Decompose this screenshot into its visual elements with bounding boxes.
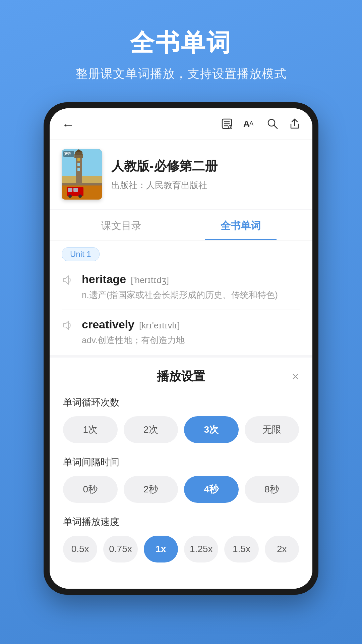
word-definition-creatively: adv.创造性地；有创造力地	[82, 334, 185, 347]
main-title: 全书单词	[130, 27, 232, 59]
interval-2s-button[interactable]: 2秒	[124, 476, 178, 503]
word-english-heritage: heritage	[82, 273, 126, 286]
speed-0-75x-button[interactable]: 0.75x	[103, 536, 137, 562]
interval-options: 0秒 2秒 4秒 8秒	[63, 476, 299, 503]
speaker-icon-heritage[interactable]	[62, 274, 74, 289]
setting-loop-count: 单词循环次数 1次 2次 3次 无限	[63, 396, 299, 443]
word-phonetic-creatively: [krɪ'eɪtɪvlɪ]	[139, 320, 180, 331]
word-definition-heritage: n.遗产(指国家或社会长期形成的历史、传统和特色)	[82, 288, 278, 302]
search-icon[interactable]	[267, 118, 278, 132]
word-content-creatively: creatively [krɪ'eɪtɪvlɪ] adv.创造性地；有创造力地	[82, 318, 185, 347]
svg-rect-17	[77, 158, 80, 161]
svg-text:英语: 英语	[64, 152, 71, 156]
share-icon[interactable]	[289, 118, 300, 132]
speed-1-5x-button[interactable]: 1.5x	[224, 536, 258, 562]
nav-bar: ←	[50, 108, 312, 140]
unit-badge: Unit 1	[62, 247, 100, 261]
svg-point-9	[268, 119, 275, 126]
word-item-heritage: heritage ['herɪtɪdʒ] n.遗产(指国家或社会长期形成的历史、…	[62, 265, 300, 310]
nav-right-icons: A A	[221, 118, 300, 132]
speed-0-5x-button[interactable]: 0.5x	[63, 536, 97, 562]
svg-rect-15	[75, 152, 82, 155]
speed-1-25x-button[interactable]: 1.25x	[184, 536, 218, 562]
book-title: 人教版-必修第二册	[111, 158, 300, 175]
speed-1x-button[interactable]: 1x	[144, 536, 178, 562]
back-button[interactable]: ←	[62, 118, 74, 132]
word-phonetic-heritage: ['herɪtɪdʒ]	[131, 275, 169, 285]
svg-rect-23	[68, 188, 72, 192]
svg-text:A: A	[243, 119, 250, 129]
book-publisher: 出版社：人民教育出版社	[111, 179, 300, 191]
interval-4s-button[interactable]: 4秒	[184, 476, 239, 503]
speed-2x-button[interactable]: 2x	[265, 536, 299, 562]
svg-rect-19	[77, 168, 80, 171]
loop-unlimited-button[interactable]: 无限	[245, 416, 299, 443]
setting-interval: 单词间隔时间 0秒 2秒 4秒 8秒	[63, 456, 299, 503]
phone-mockup: ←	[44, 102, 318, 595]
loop-1x-button[interactable]: 1次	[63, 416, 118, 443]
loop-count-options: 1次 2次 3次 无限	[63, 416, 299, 443]
speaker-icon-creatively[interactable]	[62, 319, 74, 334]
interval-label: 单词间隔时间	[63, 456, 299, 469]
word-list: heritage ['herɪtɪdʒ] n.遗产(指国家或社会长期形成的历史、…	[50, 265, 312, 355]
speed-label: 单词播放速度	[63, 516, 299, 528]
tab-catalog[interactable]: 课文目录	[62, 210, 181, 240]
playback-settings-sheet: 播放设置 × 单词循环次数 1次 2次 3次 无限 单词间隔时间	[50, 358, 312, 589]
sheet-header: 播放设置 ×	[63, 368, 299, 385]
phone-screen: ←	[50, 108, 312, 589]
book-cover: 英语	[62, 149, 102, 200]
svg-point-26	[78, 195, 82, 198]
main-subtitle: 整册课文单词播放，支持设置播放模式	[76, 66, 287, 82]
tab-words[interactable]: 全书单词	[181, 210, 300, 240]
svg-point-25	[68, 195, 72, 198]
interval-0s-button[interactable]: 0秒	[63, 476, 118, 503]
content-icon[interactable]	[221, 118, 233, 132]
speed-options: 0.5x 0.75x 1x 1.25x 1.5x 2x	[63, 536, 299, 562]
loop-3x-button[interactable]: 3次	[184, 416, 239, 443]
svg-rect-20	[62, 183, 102, 185]
page-background: 全书单词 整册课文单词播放，支持设置播放模式 ←	[0, 0, 362, 644]
word-english-creatively: creatively	[82, 318, 134, 331]
book-details: 人教版-必修第二册 出版社：人民教育出版社	[111, 158, 300, 191]
font-size-icon[interactable]: A A	[243, 118, 256, 132]
sheet-close-button[interactable]: ×	[292, 370, 299, 384]
book-info: 英语 人教版-必修第二册 出版社：人民教育出版社	[50, 140, 312, 209]
loop-count-label: 单词循环次数	[63, 396, 299, 409]
interval-8s-button[interactable]: 8秒	[245, 476, 299, 503]
tab-bar: 课文目录 全书单词	[50, 210, 312, 240]
svg-rect-18	[77, 163, 80, 166]
word-content-heritage: heritage ['herɪtɪdʒ] n.遗产(指国家或社会长期形成的历史、…	[82, 273, 278, 302]
sheet-title: 播放设置	[157, 368, 205, 385]
svg-line-10	[274, 125, 277, 128]
svg-rect-24	[73, 188, 78, 192]
svg-text:A: A	[249, 120, 253, 127]
setting-speed: 单词播放速度 0.5x 0.75x 1x 1.25x 1.5x 2x	[63, 516, 299, 562]
word-item-creatively: creatively [krɪ'eɪtɪvlɪ] adv.创造性地；有创造力地	[62, 310, 300, 355]
loop-2x-button[interactable]: 2次	[124, 416, 178, 443]
